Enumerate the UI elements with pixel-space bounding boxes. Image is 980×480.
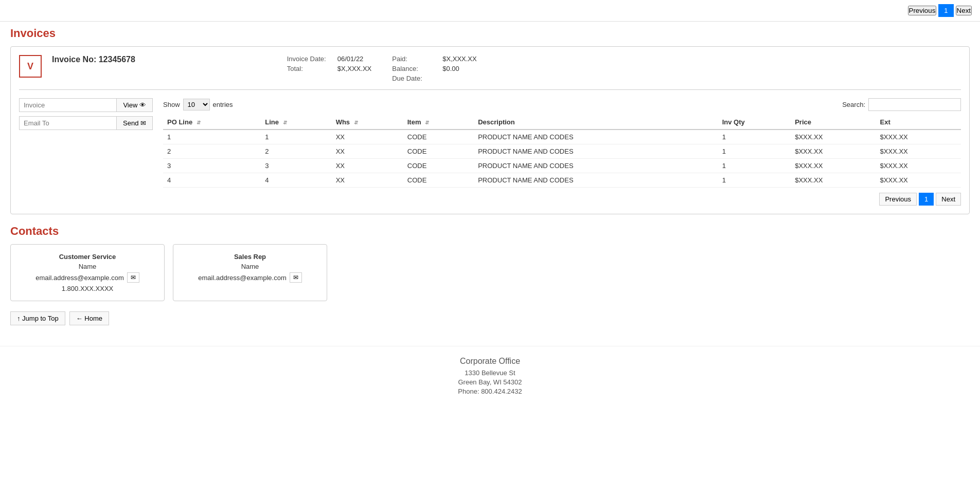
table-page-number: 1 [919, 193, 934, 206]
bottom-navigation: ↑ Jump to Top ← Home [10, 311, 970, 325]
contact-type: Sales Rep [182, 253, 318, 261]
sort-icon-item: ⇵ [425, 120, 429, 125]
contact-email-row: email.address@example.com✉ [182, 272, 318, 283]
contact-name: Name [19, 263, 156, 270]
invoice-date-label: Invoice Date: [287, 55, 333, 63]
home-button[interactable]: ← Home [69, 311, 109, 325]
col-ext[interactable]: Ext [876, 115, 961, 130]
table-row: 22XXCODEPRODUCT NAME AND CODES1$XXX.XX$X… [163, 144, 961, 159]
search-input[interactable] [868, 98, 961, 111]
search-box: Search: [842, 98, 961, 111]
footer: Corporate Office 1330 Bellevue St Green … [0, 346, 980, 407]
contact-email: email.address@example.com [198, 274, 286, 282]
col-description[interactable]: Description [474, 115, 718, 130]
invoice-balance-row: Balance: $0.00 [392, 65, 476, 72]
invoice-card: V Invoice No: 12345678 Invoice Date: 06/… [10, 46, 970, 214]
invoice-table: PO Line ⇵ Line ⇵ Whs ⇵ Item ⇵ Descriptio… [163, 115, 961, 188]
table-row: 44XXCODEPRODUCT NAME AND CODES1$XXX.XX$X… [163, 173, 961, 188]
send-button[interactable]: Send ✉ [116, 116, 153, 130]
email-input-row: Send ✉ [19, 116, 153, 130]
invoice-paid-row: Paid: $X,XXX.XX [392, 55, 476, 63]
col-line[interactable]: Line ⇵ [261, 115, 331, 130]
contacts-section: Contacts Customer ServiceNameemail.addre… [10, 225, 970, 301]
table-next-button[interactable]: Next [936, 193, 961, 206]
invoice-table-body: 11XXCODEPRODUCT NAME AND CODES1$XXX.XX$X… [163, 130, 961, 188]
jump-to-top-button[interactable]: ↑ Jump to Top [10, 311, 65, 325]
invoice-total-label: Total: [287, 65, 333, 72]
invoice-meta-col-1: Invoice Date: 06/01/22 Total: $X,XXX.XX [287, 55, 371, 82]
show-label: Show [163, 101, 180, 108]
contact-card: Sales RepNameemail.address@example.com✉ [173, 244, 327, 301]
invoice-header: V Invoice No: 12345678 Invoice Date: 06/… [19, 55, 961, 90]
entries-select[interactable]: 10 25 50 100 [183, 99, 210, 110]
view-button[interactable]: View 👁 [116, 98, 153, 112]
invoice-input-row: View 👁 [19, 98, 153, 112]
invoice-balance-label: Balance: [392, 65, 438, 72]
invoice-paid-value: $X,XXX.XX [442, 55, 476, 63]
contact-email-button[interactable]: ✉ [290, 272, 302, 283]
table-row: 11XXCODEPRODUCT NAME AND CODES1$XXX.XX$X… [163, 130, 961, 144]
email-to-input[interactable] [19, 116, 116, 130]
table-pagination: Previous 1 Next [163, 193, 961, 206]
footer-address1: 1330 Bellevue St [10, 369, 970, 377]
contact-card: Customer ServiceNameemail.address@exampl… [10, 244, 165, 301]
footer-phone-label: Phone: [458, 387, 479, 395]
top-next-button[interactable]: Next [956, 6, 972, 15]
sort-icon-po-line: ⇵ [197, 120, 201, 125]
invoice-right-panel: Show 10 25 50 100 entries Search: [163, 98, 961, 206]
invoice-no-label: Invoice No: [52, 55, 96, 64]
invoice-balance-value: $0.00 [442, 65, 459, 72]
contact-phone: 1.800.XXX.XXXX [19, 285, 156, 292]
table-header-row: PO Line ⇵ Line ⇵ Whs ⇵ Item ⇵ Descriptio… [163, 115, 961, 130]
sort-icon-whs: ⇵ [354, 120, 358, 125]
invoice-logo: V [19, 55, 42, 78]
top-previous-button[interactable]: Previous [908, 6, 937, 15]
footer-address2: Green Bay, WI 54302 [10, 378, 970, 386]
contact-cards: Customer ServiceNameemail.address@exampl… [10, 244, 970, 301]
contact-email-button[interactable]: ✉ [127, 272, 139, 283]
show-entries: Show 10 25 50 100 entries [163, 99, 233, 110]
contacts-section-title: Contacts [10, 225, 970, 238]
invoice-no-value: 12345678 [99, 55, 135, 64]
invoice-total-row: Total: $X,XXX.XX [287, 65, 371, 72]
top-page-number: 1 [938, 4, 953, 17]
col-whs[interactable]: Whs ⇵ [332, 115, 403, 130]
col-price[interactable]: Price [791, 115, 876, 130]
sort-icon-line: ⇵ [283, 120, 287, 125]
col-inv-qty[interactable]: Inv Qty [718, 115, 791, 130]
col-item[interactable]: Item ⇵ [403, 115, 474, 130]
page-content: Invoices V Invoice No: 12345678 Invoice … [0, 22, 980, 330]
contact-name: Name [182, 263, 318, 270]
search-label: Search: [842, 101, 865, 108]
invoice-paid-label: Paid: [392, 55, 438, 63]
invoice-number-title: Invoice No: 12345678 [52, 55, 277, 64]
contact-type: Customer Service [19, 253, 156, 261]
footer-phone: Phone: 800.424.2432 [10, 387, 970, 395]
invoices-section-title: Invoices [10, 27, 970, 40]
invoice-body: View 👁 Send ✉ Show 10 25 50 [19, 98, 961, 206]
invoice-date-row: Invoice Date: 06/01/22 [287, 55, 371, 63]
invoice-meta-col-2: Paid: $X,XXX.XX Balance: $0.00 Due Date: [392, 55, 476, 82]
footer-phone-value: 800.424.2432 [481, 387, 522, 395]
invoice-meta: Invoice Date: 06/01/22 Total: $X,XXX.XX … [287, 55, 961, 82]
entries-label: entries [213, 101, 233, 108]
table-previous-button[interactable]: Previous [879, 193, 917, 206]
top-navigation: Previous 1 Next [0, 0, 980, 22]
invoice-left-panel: View 👁 Send ✉ [19, 98, 153, 206]
contact-email-row: email.address@example.com✉ [19, 272, 156, 283]
invoice-duedate-row: Due Date: [392, 75, 476, 82]
table-controls: Show 10 25 50 100 entries Search: [163, 98, 961, 111]
invoice-duedate-label: Due Date: [392, 75, 438, 82]
invoice-total-value: $X,XXX.XX [337, 65, 371, 72]
table-row: 33XXCODEPRODUCT NAME AND CODES1$XXX.XX$X… [163, 159, 961, 173]
invoice-date-value: 06/01/22 [337, 55, 364, 63]
contact-email: email.address@example.com [35, 274, 123, 282]
footer-title: Corporate Office [10, 357, 970, 366]
invoice-input[interactable] [19, 98, 116, 112]
col-po-line[interactable]: PO Line ⇵ [163, 115, 261, 130]
